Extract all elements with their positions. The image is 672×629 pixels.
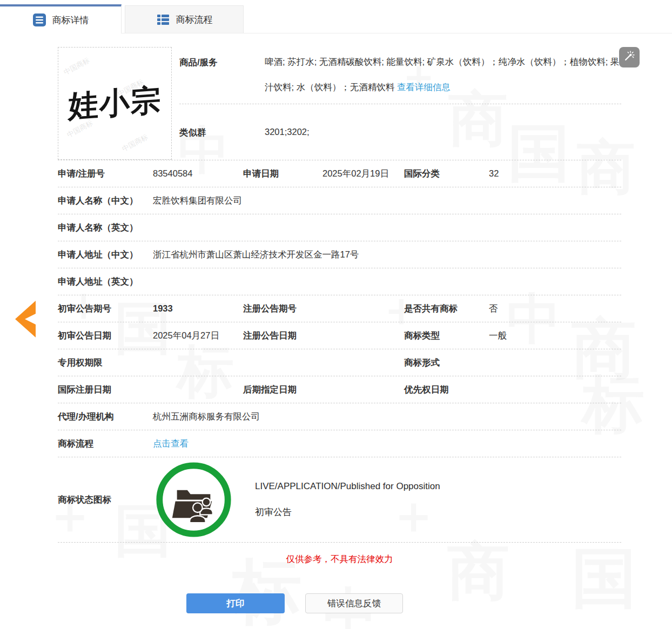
row-trademark-status: 商标状态图标 (58, 457, 621, 543)
row-applicant-name-cn: 申请人名称（中文） 宏胜饮料集团有限公司 (58, 187, 621, 214)
magic-wand-button[interactable] (619, 47, 640, 67)
trademark-detail-page: ＋商国商中＋国＋中商标标＋国＋商国标中 商标详情 (0, 0, 672, 629)
field-value: 宏胜饮料集团有限公司 (153, 195, 621, 207)
collapse-left-arrow[interactable] (12, 300, 37, 339)
tab-trademark-detail[interactable]: 商标详情 (0, 4, 122, 33)
trademark-name-text: 娃小宗 (68, 79, 162, 127)
field-label: 注册公告日期 (243, 330, 322, 342)
field-label: 专用权期限 (58, 357, 153, 369)
similar-group-row: 类似群 3201;3202; (179, 104, 621, 160)
tab-label: 商标详情 (52, 14, 89, 26)
field-value: 否 (489, 303, 621, 315)
row-applicant-name-en: 申请人名称（英文） (58, 214, 621, 241)
field-label: 申请人名称（中文） (58, 195, 153, 207)
field-value: 32 (489, 168, 621, 179)
field-value: 83540584 (153, 168, 243, 179)
field-value: 杭州五洲商标服务有限公司 (153, 411, 621, 423)
field-value: 一般 (489, 330, 621, 342)
row-agency: 代理/办理机构 杭州五洲商标服务有限公司 (58, 403, 621, 430)
row-applicant-address-cn: 申请人地址（中文） 浙江省杭州市萧山区萧山经济技术开发区金一路17号 (58, 241, 621, 268)
legal-disclaimer: 仅供参考，不具有法律效力 (58, 543, 621, 569)
field-label: 代理/办理机构 (58, 411, 153, 423)
tab-label: 商标流程 (176, 13, 213, 26)
magic-wand-icon (623, 50, 635, 64)
row-trademark-process: 商标流程 点击查看 (58, 430, 621, 457)
field-label: 商标形式 (404, 357, 489, 369)
field-label: 申请日期 (243, 168, 322, 180)
image-watermark: 中国商标 (120, 132, 150, 154)
process-list-icon (156, 12, 170, 26)
field-label: 申请/注册号 (58, 168, 153, 180)
row-application-number: 申请/注册号 83540584 申请日期 2025年02月19日 国际分类 32 (58, 160, 621, 187)
row-first-trial-number: 初审公告期号 1933 注册公告期号 是否共有商标 否 (58, 295, 621, 322)
field-value: 2025年02月19日 (322, 168, 404, 180)
image-watermark: 中国商标 (62, 56, 91, 77)
field-label: 是否共有商标 (404, 303, 489, 315)
field-label: 后期指定日期 (243, 384, 322, 396)
row-first-trial-date: 初审公告日期 2025年04月27日 注册公告日期 商标类型 一般 (58, 322, 621, 349)
field-label: 初审公告日期 (58, 330, 153, 342)
tab-trademark-process[interactable]: 商标流程 (125, 5, 244, 33)
click-to-view-link[interactable]: 点击查看 (153, 438, 189, 448)
trademark-summary-section: 中国商标 中国商标 中国商标 中国商标 娃小宗 商品/服务 啤酒; 苏打水; 无… (58, 47, 621, 160)
view-details-link[interactable]: 查看详细信息 (397, 82, 451, 92)
field-label: 申请人名称（英文） (58, 222, 153, 234)
print-button[interactable]: 打印 (186, 593, 285, 613)
field-label: 商标类型 (404, 330, 489, 342)
clipboard-list-icon (32, 13, 46, 27)
similar-group-label: 类似群 (179, 127, 265, 160)
field-label: 优先权日期 (404, 384, 489, 396)
goods-services-row: 商品/服务 啤酒; 苏打水; 无酒精碳酸饮料; 能量饮料; 矿泉水（饮料）；纯净… (179, 47, 621, 104)
field-label: 国际分类 (404, 168, 489, 180)
field-label: 申请人地址（中文） (58, 249, 153, 261)
status-folder-people-icon (154, 460, 233, 539)
field-label: 商标状态图标 (58, 494, 153, 506)
field-value: 浙江省杭州市萧山区萧山经济技术开发区金一路17号 (153, 249, 621, 261)
similar-group-value: 3201;3202; (265, 127, 621, 160)
field-label: 申请人地址（英文） (58, 276, 153, 288)
status-text-en: LIVE/APPLICATION/Published for Oppositio… (255, 481, 440, 492)
row-applicant-address-en: 申请人地址（英文） (58, 268, 621, 295)
field-value: 1933 (153, 303, 243, 314)
status-text-cn: 初审公告 (255, 506, 440, 518)
row-international-dates: 国际注册日期 后期指定日期 优先权日期 (58, 376, 621, 403)
trademark-image: 中国商标 中国商标 中国商标 中国商标 娃小宗 (58, 47, 172, 160)
field-value: 2025年04月27日 (153, 330, 243, 342)
action-buttons: 打印 错误信息反馈 (186, 593, 621, 613)
field-label: 注册公告期号 (243, 303, 322, 315)
field-label: 国际注册日期 (58, 384, 153, 396)
goods-services-label: 商品/服务 (179, 57, 265, 104)
row-exclusive-period: 专用权期限 商标形式 (58, 349, 621, 376)
error-feedback-button[interactable]: 错误信息反馈 (305, 593, 403, 613)
field-label: 初审公告期号 (58, 303, 153, 315)
tab-bar: 商标详情 商标流程 (0, 0, 672, 33)
field-label: 商标流程 (58, 438, 153, 450)
